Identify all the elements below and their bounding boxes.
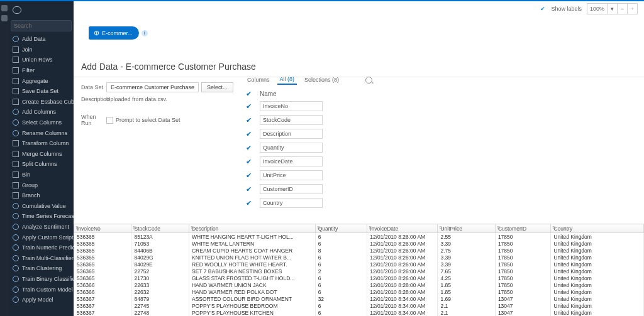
table-row[interactable]: 53636784879ASSORTED COLOUR BIRD ORNAMENT… (74, 295, 644, 302)
column-check-icon[interactable]: ✔ (245, 116, 252, 124)
flow-node[interactable]: ⊕ E-commer... i (89, 26, 148, 40)
sort-icon[interactable]: ⇅ (133, 226, 136, 231)
column-check-icon[interactable]: ✔ (245, 144, 252, 151)
rail-icon-1[interactable] (1, 5, 8, 11)
sidebar-item-add-columns[interactable]: Add Columns (9, 107, 74, 117)
grid-header-invoiceno[interactable]: ⇅InvoiceNo (74, 224, 131, 233)
sort-icon[interactable]: ⇅ (369, 226, 372, 231)
show-labels-check-icon[interactable]: ✔ (540, 6, 546, 12)
column-field[interactable]: Country (260, 198, 323, 208)
sidebar-item-bin[interactable]: Bin (9, 170, 74, 180)
sidebar-item-create-essbase-cube[interactable]: Create Essbase Cube (9, 97, 74, 107)
table-row[interactable]: 53636622632HAND WARMER RED POLKA DOT612/… (74, 288, 644, 295)
sidebar-item-join[interactable]: Join (9, 45, 74, 55)
sidebar-item-time-series-forecast[interactable]: Time Series Forecast (9, 211, 74, 222)
tab-selections[interactable]: Selections (8) (302, 75, 341, 84)
column-check-icon[interactable]: ✔ (245, 185, 252, 193)
table-cell: 6 (315, 261, 367, 268)
sort-icon[interactable]: ⇅ (317, 226, 321, 231)
grid-header-stockcode[interactable]: ⇅StockCode (131, 224, 189, 233)
sidebar-item-train-numeric-prediction[interactable]: Train Numeric Prediction (9, 242, 74, 253)
table-cell: 6 (315, 288, 367, 295)
sidebar-search-input[interactable] (11, 20, 72, 31)
table-cell: 1.85 (438, 281, 495, 288)
grid-header-invoicedate[interactable]: ⇅InvoiceDate (367, 224, 438, 233)
column-field[interactable]: CustomerID (260, 184, 323, 194)
sort-icon[interactable]: ⇅ (497, 226, 501, 231)
table-row[interactable]: 53636522752SET 7 BABUSHKA NESTING BOXES2… (74, 268, 644, 275)
column-field[interactable]: InvoiceNo (260, 101, 323, 111)
columns-search-icon[interactable] (365, 77, 372, 84)
sidebar-item-apply-custom-script[interactable]: Apply Custom Script (9, 232, 74, 242)
sidebar-item-train-multi-classifier[interactable]: Train Multi-Classifier (9, 253, 74, 263)
grid-header-customerid[interactable]: ⇅CustomerID (495, 224, 551, 233)
table-row[interactable]: 53636521730GLASS STAR FROSTED T-LIGHT HO… (74, 275, 644, 281)
prompt-checkbox[interactable] (106, 117, 113, 124)
sidebar-item-select-columns[interactable]: Select Columns (9, 117, 74, 128)
sort-icon[interactable]: ⇅ (75, 226, 79, 231)
column-check-icon[interactable]: ✔ (245, 199, 252, 207)
zoom-in-button[interactable]: + (627, 4, 637, 14)
sidebar-item-save-data-set[interactable]: Save Data Set (9, 86, 74, 97)
column-item: ✔UnitPrice (245, 170, 372, 180)
sidebar-item-branch[interactable]: Branch (9, 190, 74, 201)
tab-columns[interactable]: Columns (245, 75, 272, 84)
column-check-icon[interactable]: ✔ (245, 90, 252, 97)
table-row[interactable]: 53636585123AWHITE HANGING HEART T-LIGHT … (74, 233, 644, 241)
whenrun-label: When Run (81, 114, 106, 126)
sidebar-item-union-rows[interactable]: Union Rows (9, 55, 74, 65)
sidebar-item-group[interactable]: Group (9, 180, 74, 190)
sidebar-item-analyze-sentiment[interactable]: Analyze Sentiment (9, 222, 74, 232)
table-row[interactable]: 53636571053WHITE METAL LANTERN612/01/201… (74, 240, 644, 247)
sidebar-item-train-clustering[interactable]: Train Clustering (9, 263, 74, 274)
sidebar-item-aggregate[interactable]: Aggregate (9, 75, 74, 86)
sidebar-item-merge-columns[interactable]: Merge Columns (9, 149, 74, 160)
tab-all[interactable]: All (8) (277, 75, 297, 85)
zoom-out-button[interactable]: − (617, 4, 627, 14)
table-cell: 12/01/2010 8:26:00 AM (367, 261, 438, 268)
sort-icon[interactable]: ⇅ (552, 226, 556, 231)
column-check-icon[interactable]: ✔ (245, 102, 252, 110)
column-item: ✔InvoiceDate (245, 156, 372, 166)
select-dataset-button[interactable]: Select... (201, 82, 233, 92)
column-name-header: Name (260, 90, 277, 97)
column-field[interactable]: Description (260, 129, 323, 139)
column-check-icon[interactable]: ✔ (245, 130, 252, 138)
table-row[interactable]: 53636584406BCREAM CUPID HEARTS COAT HANG… (74, 247, 644, 254)
sidebar-item-label: Branch (22, 192, 40, 199)
table-row[interactable]: 53636584029GKNITTED UNION FLAG HOT WATER… (74, 254, 644, 261)
sort-icon[interactable]: ⇅ (191, 226, 194, 231)
sidebar-item-rename-columns[interactable]: Rename Columns (9, 128, 74, 138)
table-row[interactable]: 53636622633HAND WARMER UNION JACK612/01/… (74, 281, 644, 288)
column-field[interactable]: InvoiceDate (260, 156, 323, 166)
table-cell: CREAM CUPID HEARTS COAT HANGER (189, 247, 315, 254)
column-check-icon[interactable]: ✔ (245, 172, 252, 179)
sidebar-item-train-custom-model[interactable]: Train Custom Model (9, 284, 74, 295)
grid-header-description[interactable]: ⇅Description (189, 224, 315, 233)
sidebar-item-transform-column[interactable]: Transform Column (9, 138, 74, 149)
sort-icon[interactable]: ⇅ (439, 226, 443, 231)
left-rail (0, 1, 9, 316)
sidebar-item-split-columns[interactable]: Split Columns (9, 159, 74, 170)
table-cell: 22632 (131, 288, 189, 295)
grid-header-unitprice[interactable]: ⇅UnitPrice (438, 224, 495, 233)
sidebar-item-apply-model[interactable]: Apply Model (9, 295, 74, 305)
sidebar-item-train-binary-classifier[interactable]: Train Binary Classifier (9, 274, 74, 285)
grid-header-country[interactable]: ⇅Country (551, 224, 644, 233)
table-cell: 17850 (495, 233, 551, 241)
sidebar-item-filter[interactable]: Filter (9, 65, 74, 76)
column-check-icon[interactable]: ✔ (245, 158, 252, 165)
table-cell: 536365 (74, 240, 131, 247)
table-row[interactable]: 53636584029ERED WOOLLY HOTTIE WHITE HEAR… (74, 261, 644, 268)
column-field[interactable]: StockCode (260, 115, 323, 125)
sidebar-item-cumulative-value[interactable]: Cumulative Value (9, 201, 74, 212)
sidebar-item-add-data[interactable]: Add Data (9, 34, 74, 45)
rail-icon-2[interactable] (1, 15, 8, 21)
table-row[interactable]: 53636722745POPPY'S PLAYHOUSE BEDROOM612/… (74, 302, 644, 309)
column-field[interactable]: Quantity (260, 143, 323, 153)
column-field[interactable]: UnitPrice (260, 170, 323, 180)
table-row[interactable]: 53636722748POPPY'S PLAYHOUSE KITCHEN612/… (74, 309, 644, 316)
zoom-dropdown-button[interactable]: ▾ (607, 4, 617, 14)
grid-header-quantity[interactable]: ⇅Quantity (315, 224, 367, 233)
info-icon[interactable]: i (142, 30, 148, 36)
